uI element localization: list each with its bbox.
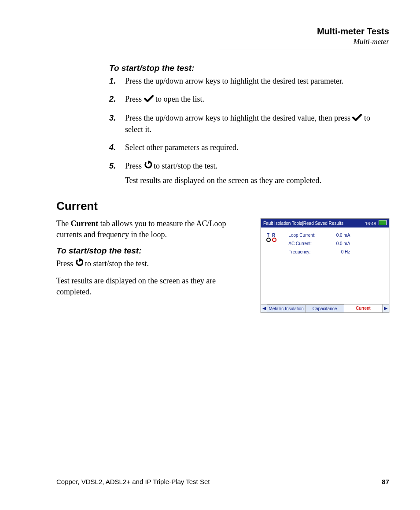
- step-5-pre: Press: [125, 161, 144, 170]
- intro-pre: The: [56, 219, 70, 228]
- page-number: 87: [382, 478, 389, 485]
- device-screenshot: Fault Isolation Tools|Read Saved Results…: [261, 218, 389, 313]
- loop-icon: [144, 161, 152, 172]
- check-icon: [144, 94, 154, 105]
- ss-fields: Loop Current:0.0 mA AC Current:0.0 mA Fr…: [288, 233, 383, 299]
- steps-list-1: Press the up/down arrow keys to highligh…: [109, 76, 389, 186]
- ss-value-1: 0.0 mA: [336, 241, 350, 246]
- footer-left: Copper, VDSL2, ADSL2+ and IP Triple-Play…: [56, 478, 210, 485]
- tab-arrow-left-icon[interactable]: ◀: [261, 305, 267, 312]
- tr-t: T: [267, 233, 272, 238]
- ss-value-2: 0 Hz: [341, 249, 350, 254]
- ss-row-ac: AC Current:0.0 mA: [288, 241, 350, 246]
- tr-r: R: [272, 233, 278, 238]
- check-icon: [352, 113, 362, 124]
- section-name: Multi-meter: [219, 37, 389, 46]
- ss-label-0: Loop Current:: [288, 233, 315, 238]
- ss-label-2: Frequency:: [288, 249, 310, 254]
- step-4-text: Select other parameters as required.: [125, 143, 238, 152]
- section-heading-current: Current: [56, 199, 389, 213]
- step-2: Press to open the list.: [109, 94, 389, 105]
- step-1: Press the up/down arrow keys to highligh…: [109, 76, 389, 87]
- ss-titlebar: Fault Isolation Tools|Read Saved Results…: [261, 219, 389, 227]
- result-line-2: Test results are displayed on the screen…: [56, 275, 251, 297]
- press-pre: Press: [56, 259, 75, 268]
- step-4: Select other parameters as required.: [109, 142, 389, 153]
- chapter-title: Multi-meter Tests: [219, 26, 389, 37]
- ss-label-1: AC Current:: [288, 241, 312, 246]
- press-line: Press to start/stop the test.: [56, 258, 251, 270]
- subhead-start-stop-2: To start/stop the test:: [56, 246, 251, 256]
- header-rule: [219, 49, 389, 49]
- ss-value-0: 0.0 mA: [336, 233, 350, 238]
- subhead-start-stop-1: To start/stop the test:: [109, 63, 389, 73]
- ss-time: 16:48: [365, 221, 376, 226]
- ss-body: TR Loop Current:0.0 mA AC Current:0.0 mA…: [261, 227, 389, 304]
- ss-tabs: ◀ Metallic Insulation Capacitance Curren…: [261, 304, 389, 312]
- step-5: Press to start/stop the test. Test resul…: [109, 161, 389, 187]
- page-footer: Copper, VDSL2, ADSL2+ and IP Triple-Play…: [56, 478, 389, 485]
- tab-capacitance[interactable]: Capacitance: [306, 305, 344, 312]
- current-intro: The Current tab allows you to measure th…: [56, 218, 251, 240]
- step-2-pre: Press: [125, 95, 144, 103]
- ss-title: Fault Isolation Tools|Read Saved Results: [263, 221, 343, 226]
- page-header: Multi-meter Tests Multi-meter: [219, 26, 389, 49]
- step-2-post: to open the list.: [155, 95, 204, 103]
- tab-metallic-insulation[interactable]: Metallic Insulation: [267, 305, 306, 312]
- battery-icon: [379, 220, 387, 225]
- tab-current[interactable]: Current: [344, 305, 383, 312]
- step-5-post: to start/stop the test.: [154, 161, 217, 170]
- loop-icon: [75, 258, 83, 270]
- tab-arrow-right-icon[interactable]: ▶: [383, 305, 389, 312]
- ss-row-loop: Loop Current:0.0 mA: [288, 233, 350, 238]
- press-post: to start/stop the test.: [85, 259, 149, 268]
- step-3: Press the up/down arrow keys to highligh…: [109, 113, 389, 136]
- connector-r-icon: [272, 238, 276, 242]
- ss-row-freq: Frequency:0 Hz: [288, 249, 350, 254]
- step-1-text: Press the up/down arrow keys to highligh…: [125, 77, 343, 85]
- step-3-pre: Press the up/down arrow keys to highligh…: [125, 114, 352, 122]
- step-5-result: Test results are displayed on the screen…: [125, 175, 389, 186]
- ss-tr-connectors: TR: [266, 233, 278, 299]
- connector-t-icon: [266, 238, 271, 242]
- intro-bold: Current: [70, 219, 98, 228]
